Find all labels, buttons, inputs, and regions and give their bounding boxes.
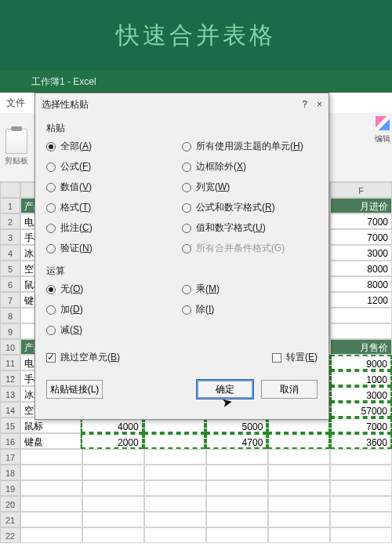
cell[interactable]: [144, 465, 206, 480]
row-header[interactable]: 5: [0, 261, 20, 276]
cell[interactable]: [206, 449, 268, 465]
select-all-cell[interactable]: [0, 182, 20, 198]
cell[interactable]: [268, 480, 330, 496]
cell[interactable]: 2000: [81, 433, 143, 449]
pencil-icon[interactable]: [376, 116, 390, 130]
radio-sub[interactable]: 减(S): [46, 323, 182, 337]
row-header[interactable]: 18: [0, 465, 20, 480]
radio-none[interactable]: 无(O): [46, 283, 182, 296]
cell[interactable]: [20, 465, 82, 480]
cell[interactable]: [144, 496, 206, 512]
cell[interactable]: [330, 308, 392, 323]
row-header[interactable]: 11: [0, 355, 20, 370]
radio-all[interactable]: 全部(A): [46, 140, 182, 153]
cell[interactable]: 9000: [330, 355, 392, 370]
cell[interactable]: [330, 496, 392, 512]
radio-noborder[interactable]: 边框除外(X): [182, 160, 318, 173]
row-header[interactable]: 3: [0, 229, 20, 245]
cell[interactable]: [144, 527, 206, 543]
cell[interactable]: 月售价: [330, 339, 392, 355]
row-header[interactable]: 4: [0, 245, 20, 261]
cell[interactable]: [206, 527, 268, 543]
cell[interactable]: 4000: [81, 418, 143, 433]
cell[interactable]: [143, 433, 205, 449]
radio-fmlfmt[interactable]: 公式和数字格式(R): [182, 201, 318, 214]
cell[interactable]: 3000: [330, 386, 392, 402]
cell[interactable]: 7000: [330, 229, 392, 245]
row-header[interactable]: 13: [0, 386, 20, 402]
cell[interactable]: [267, 433, 329, 449]
radio-colwidth[interactable]: 列宽(W): [182, 181, 318, 194]
close-icon[interactable]: ×: [317, 99, 322, 110]
checkbox-transpose[interactable]: 转置(E): [272, 351, 318, 364]
cell[interactable]: 3000: [330, 245, 392, 261]
cell[interactable]: [82, 512, 144, 527]
row-header[interactable]: 6: [0, 276, 20, 292]
radio-div[interactable]: 除(I): [182, 303, 318, 316]
row-header[interactable]: 8: [0, 308, 20, 323]
ok-button[interactable]: 确定: [197, 380, 253, 399]
paste-icon[interactable]: [5, 129, 27, 154]
cell[interactable]: [82, 465, 144, 480]
cell[interactable]: [330, 512, 392, 527]
cell[interactable]: [206, 465, 268, 480]
cell[interactable]: [143, 418, 205, 433]
cell[interactable]: [82, 496, 144, 512]
row-header[interactable]: 1: [0, 198, 20, 213]
cell[interactable]: 3600: [330, 433, 392, 449]
cell[interactable]: [268, 512, 330, 527]
cell[interactable]: [82, 480, 144, 496]
radio-value[interactable]: 数值(V): [46, 181, 182, 194]
help-icon[interactable]: ?: [302, 99, 307, 110]
row-header[interactable]: 7: [0, 292, 20, 308]
row-header[interactable]: 15: [0, 418, 20, 433]
cell[interactable]: [82, 449, 144, 465]
cell[interactable]: 57000: [330, 402, 392, 418]
cell[interactable]: [330, 323, 392, 339]
row-header[interactable]: 22: [0, 527, 20, 543]
paste-link-button[interactable]: 粘贴链接(L): [46, 380, 103, 399]
cell[interactable]: 月进价: [330, 198, 392, 213]
cell[interactable]: 1000: [330, 370, 392, 386]
row-header[interactable]: 9: [0, 323, 20, 339]
cell[interactable]: [206, 512, 268, 527]
cell[interactable]: [20, 527, 82, 543]
cell[interactable]: [206, 480, 268, 496]
row-header[interactable]: 2: [0, 213, 20, 229]
radio-mul[interactable]: 乘(M): [182, 283, 318, 296]
cell[interactable]: 8000: [330, 276, 392, 292]
cell[interactable]: 1200: [330, 292, 392, 308]
row-header[interactable]: 21: [0, 512, 20, 527]
cancel-button[interactable]: 取消: [261, 380, 318, 399]
cell[interactable]: [330, 449, 392, 465]
radio-validate[interactable]: 验证(N): [46, 242, 182, 255]
cell[interactable]: [20, 480, 82, 496]
cell[interactable]: [330, 480, 392, 496]
radio-comment[interactable]: 批注(C): [46, 221, 182, 235]
cell[interactable]: 4700: [205, 433, 267, 449]
cell[interactable]: 鼠标: [20, 418, 81, 433]
cell[interactable]: [20, 496, 82, 512]
cell[interactable]: 5000: [205, 418, 267, 433]
col-header[interactable]: F: [330, 182, 392, 198]
row-header[interactable]: 14: [0, 402, 20, 418]
radio-add[interactable]: 加(D): [46, 303, 182, 316]
row-header[interactable]: 20: [0, 496, 20, 512]
cell[interactable]: [206, 496, 268, 512]
cell[interactable]: [330, 465, 392, 480]
radio-format[interactable]: 格式(T): [46, 201, 182, 214]
cell[interactable]: 7000: [330, 418, 392, 433]
cell[interactable]: 8000: [330, 261, 392, 276]
cell[interactable]: [267, 418, 329, 433]
cell[interactable]: [20, 449, 82, 465]
cell[interactable]: [330, 527, 392, 543]
checkbox-skip-blanks[interactable]: 跳过空单元(B): [46, 351, 120, 364]
cell[interactable]: [82, 527, 144, 543]
tab-file[interactable]: 文件: [5, 93, 27, 113]
row-header[interactable]: 19: [0, 480, 20, 496]
row-header[interactable]: 16: [0, 433, 20, 449]
radio-valfmt[interactable]: 值和数字格式(U): [182, 221, 318, 235]
radio-formula[interactable]: 公式(F): [46, 160, 182, 173]
cell[interactable]: [268, 527, 330, 543]
cell[interactable]: [268, 449, 330, 465]
